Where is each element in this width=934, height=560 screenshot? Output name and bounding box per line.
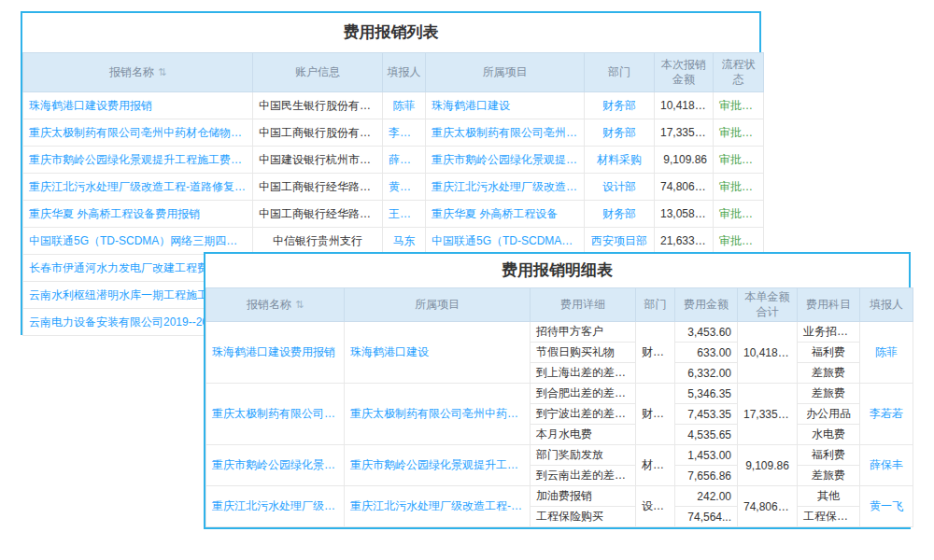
expense-detail-panel: 费用报销明细表 报销名称⇅所属项目费用详细部门费用金额本单金额合计费用科目填报人… <box>204 252 911 529</box>
expense-name-link[interactable]: 重庆市鹅岭公园绿化景观提升工程施工费用报销 <box>23 147 253 174</box>
project-link[interactable]: 重庆市鹅岭公园绿化景观提升... <box>426 147 585 174</box>
col-header-3: 部门 <box>636 288 675 322</box>
expense-name-link[interactable]: 重庆华夏 外高桥工程设备费用报销 <box>23 201 253 228</box>
amount: 6,332.00 <box>675 363 738 384</box>
reporter-link[interactable]: 薛保丰 <box>860 445 913 486</box>
col-header-0[interactable]: 报销名称⇅ <box>23 53 253 92</box>
expense-name-link[interactable]: 重庆太极制药有限公司亳州中药材仓储物流基地项... <box>23 119 253 147</box>
expense-detail-item: 到云南出差的差旅费 <box>531 466 636 486</box>
total-amount: 17,335.35 <box>738 384 798 445</box>
expense-name-link[interactable]: 珠海鹤港口建设费用报销 <box>206 322 345 384</box>
col-header-label: 本次报销金额 <box>661 58 706 86</box>
expense-category: 办公用品 <box>798 404 860 425</box>
table-row: 珠海鹤港口建设费用报销中国民生银行股份有限...陈菲珠海鹤港口建设财务部10,4… <box>23 92 764 119</box>
status-link[interactable]: 审批通过 <box>714 201 764 228</box>
col-header-4: 部门 <box>585 53 655 92</box>
reporter-link[interactable]: 黄一飞 <box>383 174 426 201</box>
expense-detail-item: 到上海出差的差旅费 <box>531 363 636 384</box>
total-amount: 10,418.60 <box>738 322 798 384</box>
expense-detail-item: 节假日购买礼物 <box>531 343 636 363</box>
col-header-6: 费用科目 <box>798 288 860 322</box>
sort-icon[interactable]: ⇅ <box>295 299 304 310</box>
amount: 21,633.00 <box>655 228 714 255</box>
col-header-0[interactable]: 报销名称⇅ <box>206 288 345 322</box>
project-link[interactable]: 重庆市鹅岭公园绿化景观提升工程施工 <box>345 445 531 486</box>
expense-name-link[interactable]: 重庆市鹅岭公园绿化景观提升工程施工费用报销 <box>206 445 345 486</box>
reporter-link[interactable]: 王可可 <box>383 201 426 228</box>
expense-category: 差旅费 <box>798 363 860 384</box>
project-link[interactable]: 重庆江北污水处理厂级改造工... <box>426 174 585 201</box>
project-link[interactable]: 珠海鹤港口建设 <box>345 322 531 384</box>
status-link[interactable]: 审批通过 <box>714 228 764 255</box>
reporter-link[interactable]: 薛保丰 <box>383 147 426 174</box>
account-info: 中国工商银行经华路支行 <box>253 201 383 228</box>
table-row: 重庆太极制药有限公司亳州中药材仓储物流基地项...中国工商银行股份有限...李若… <box>23 119 764 147</box>
col-header-4: 费用金额 <box>675 288 738 322</box>
col-header-label: 填报人 <box>870 298 903 311</box>
expense-category: 差旅费 <box>798 384 860 404</box>
sort-icon[interactable]: ⇅ <box>158 66 166 77</box>
project-link[interactable]: 重庆太极制药有限公司亳州中... <box>426 119 585 147</box>
expense-name-link[interactable]: 珠海鹤港口建设费用报销 <box>23 92 253 119</box>
amount: 74,806.00 <box>655 174 714 201</box>
col-header-label: 费用详细 <box>560 298 605 311</box>
col-header-label: 报销名称 <box>109 65 154 78</box>
amount: 3,453.60 <box>675 322 738 343</box>
expense-detail-item: 到合肥出差的差旅费 <box>531 384 636 404</box>
col-header-6: 流程状态 <box>714 53 764 92</box>
reporter-link[interactable]: 陈菲 <box>383 92 426 119</box>
expense-detail-item: 本月水电费 <box>531 425 636 445</box>
department: 财务部 <box>636 322 675 384</box>
table-row: 重庆江北污水处理厂级改造工程-道路修复工程费用...中国工商银行经华路支行黄一飞… <box>23 174 764 201</box>
expense-category: 福利费 <box>798 343 860 363</box>
status-link[interactable]: 审批通过 <box>714 92 764 119</box>
expense-category: 水电费 <box>798 425 860 445</box>
project-link[interactable]: 中国联通5G（TD-SCDMA）网... <box>426 228 585 255</box>
status-link[interactable]: 审批通过 <box>714 174 764 201</box>
expense-category: 工程保险费 <box>798 507 860 527</box>
department: 设计部 <box>585 174 655 201</box>
table-row: 重庆市鹅岭公园绿化景观提升工程施工费用报销重庆市鹅岭公园绿化景观提升工程施工部门… <box>206 445 913 466</box>
expense-name-link[interactable]: 重庆江北污水处理厂级改造工程-道路修复工程费用... <box>23 174 253 201</box>
department: 材料采购 <box>585 147 655 174</box>
account-info: 中国工商银行经华路支行 <box>253 174 383 201</box>
amount: 7,453.35 <box>675 404 738 425</box>
project-link[interactable]: 重庆华夏 外高桥工程设备 <box>426 201 585 228</box>
table-row: 重庆华夏 外高桥工程设备费用报销中国工商银行经华路支行王可可重庆华夏 外高桥工程… <box>23 201 764 228</box>
amount: 10,418.60 <box>655 92 714 119</box>
amount: 74,564... <box>675 507 738 527</box>
col-header-label: 流程状态 <box>722 58 756 86</box>
reporter-link[interactable]: 李若若 <box>860 384 913 445</box>
expense-name-link[interactable]: 重庆江北污水处理厂级改造工程-道路修复工程费用报销 <box>206 486 345 527</box>
col-header-label: 部门 <box>644 298 667 311</box>
col-header-1: 所属项目 <box>345 288 531 322</box>
amount: 4,535.65 <box>675 425 738 445</box>
status-link[interactable]: 审批通过 <box>714 147 764 174</box>
account-info: 中国工商银行股份有限... <box>253 119 383 147</box>
col-header-7: 填报人 <box>860 288 913 322</box>
col-header-label: 费用金额 <box>684 298 729 311</box>
col-header-label: 填报人 <box>388 65 421 78</box>
expense-category: 其他 <box>798 486 860 507</box>
expense-detail-header-row: 报销名称⇅所属项目费用详细部门费用金额本单金额合计费用科目填报人 <box>206 288 913 322</box>
expense-detail-table: 报销名称⇅所属项目费用详细部门费用金额本单金额合计费用科目填报人 珠海鹤港口建设… <box>205 287 913 527</box>
reporter-link[interactable]: 李若若 <box>383 119 426 147</box>
project-link[interactable]: 重庆江北污水处理厂级改造工程-道路修复工程 <box>345 486 531 527</box>
reporter-link[interactable]: 马东 <box>383 228 426 255</box>
expense-name-link[interactable]: 重庆太极制药有限公司亳州中药材仓储物流基地项目费用报销 <box>206 384 345 445</box>
col-header-label: 费用科目 <box>806 298 851 311</box>
amount: 17,335.35 <box>655 119 714 147</box>
project-link[interactable]: 珠海鹤港口建设 <box>426 92 585 119</box>
total-amount: 74,806.00 <box>738 486 798 527</box>
table-row: 重庆江北污水处理厂级改造工程-道路修复工程费用报销重庆江北污水处理厂级改造工程-… <box>206 486 913 507</box>
project-link[interactable]: 重庆太极制药有限公司亳州中药材仓储物流基地项目 <box>345 384 531 445</box>
col-header-3: 所属项目 <box>426 53 585 92</box>
reporter-link[interactable]: 黄一飞 <box>860 486 913 527</box>
expense-category: 业务招待费 <box>798 322 860 343</box>
expense-detail-title: 费用报销明细表 <box>205 254 909 287</box>
total-amount: 9,109.86 <box>738 445 798 486</box>
reporter-link[interactable]: 陈菲 <box>860 322 913 384</box>
expense-name-link[interactable]: 中国联通5G（TD-SCDMA）网络三期四川工程费... <box>23 228 253 255</box>
status-link[interactable]: 审批通过 <box>714 119 764 147</box>
amount: 633.00 <box>675 343 738 363</box>
